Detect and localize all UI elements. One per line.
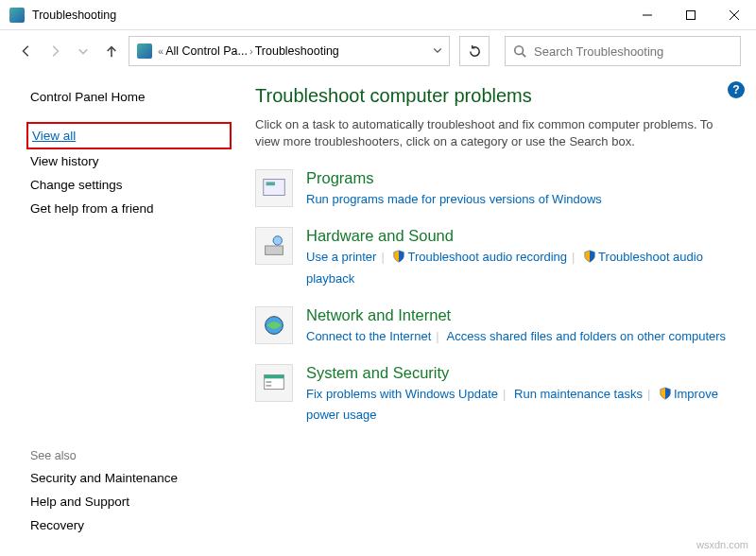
watermark: wsxdn.com: [696, 539, 748, 550]
task-link[interactable]: Access shared files and folders on other…: [447, 329, 727, 343]
chevron-left-icon: «: [158, 45, 163, 57]
category-icon: [255, 169, 293, 207]
task-link[interactable]: Troubleshoot audio recording: [407, 250, 567, 264]
see-also-heading: See also: [30, 449, 178, 462]
forward-button[interactable]: [43, 40, 66, 62]
category-title[interactable]: System and Security: [306, 364, 737, 382]
up-button[interactable]: [100, 40, 123, 62]
category-icon: [255, 364, 293, 402]
svg-point-10: [273, 236, 282, 245]
search-icon: [513, 44, 526, 58]
svg-rect-13: [265, 374, 284, 378]
chevron-right-icon: ›: [249, 45, 253, 57]
control-panel-home[interactable]: Control Panel Home: [30, 85, 232, 109]
toolbar: « All Control Pa... › Troubleshooting: [0, 30, 756, 72]
category: Network and Internet Connect to the Inte…: [255, 306, 737, 347]
category-links: Fix problems with Windows Update| Run ma…: [306, 384, 737, 426]
view-all-highlight: View all: [26, 122, 232, 149]
category-links: Use a printer| Troubleshoot audio record…: [306, 247, 737, 288]
svg-rect-9: [266, 246, 284, 254]
refresh-button[interactable]: [459, 36, 490, 66]
close-button[interactable]: [713, 0, 756, 30]
svg-rect-14: [266, 381, 272, 383]
svg-point-5: [515, 46, 524, 55]
sidebar-change-settings[interactable]: Change settings: [30, 173, 232, 197]
page-description: Click on a task to automatically trouble…: [255, 116, 737, 150]
back-button[interactable]: [15, 40, 38, 62]
sidebar: Control Panel Home View all View history…: [0, 85, 232, 443]
svg-rect-7: [264, 180, 285, 196]
window-title: Troubleshooting: [32, 9, 116, 22]
category-title[interactable]: Network and Internet: [306, 306, 726, 324]
sidebar-view-all[interactable]: View all: [32, 124, 76, 148]
see-also-recovery[interactable]: Recovery: [30, 513, 178, 537]
titlebar: Troubleshooting: [0, 0, 756, 30]
svg-rect-8: [266, 182, 275, 186]
search-input[interactable]: [534, 44, 732, 59]
address-bar[interactable]: « All Control Pa... › Troubleshooting: [129, 36, 450, 66]
search-box[interactable]: [505, 36, 741, 66]
category-icon: [255, 227, 293, 265]
location-icon: [137, 43, 152, 59]
see-also: See also Security and Maintenance Help a…: [30, 449, 178, 537]
see-also-security[interactable]: Security and Maintenance: [30, 466, 178, 490]
breadcrumb-seg-2[interactable]: Troubleshooting: [255, 44, 339, 58]
recent-dropdown[interactable]: [72, 40, 94, 62]
category: Hardware and Sound Use a printer| Troubl…: [255, 227, 737, 288]
task-link[interactable]: Connect to the Internet: [306, 329, 431, 343]
help-icon[interactable]: ?: [728, 81, 745, 98]
task-link[interactable]: Fix problems with Windows Update: [306, 387, 498, 401]
category-links: Connect to the Internet| Access shared f…: [306, 326, 726, 347]
svg-rect-15: [266, 385, 272, 387]
minimize-button[interactable]: [626, 0, 669, 30]
maximize-button[interactable]: [669, 0, 713, 30]
see-also-help[interactable]: Help and Support: [30, 490, 178, 513]
category-title[interactable]: Hardware and Sound: [306, 227, 737, 245]
category-title[interactable]: Programs: [306, 169, 602, 187]
category-links: Run programs made for previous versions …: [306, 189, 602, 210]
page-title: Troubleshoot computer problems: [255, 85, 737, 107]
main-content: Troubleshoot computer problems Click on …: [232, 85, 756, 443]
task-link[interactable]: Run maintenance tasks: [514, 387, 643, 401]
breadcrumb-seg-1[interactable]: All Control Pa...: [165, 44, 248, 58]
svg-rect-1: [687, 10, 696, 19]
category-icon: [255, 306, 293, 344]
category: Programs Run programs made for previous …: [255, 169, 737, 210]
task-link[interactable]: Run programs made for previous versions …: [306, 192, 602, 206]
svg-line-6: [523, 54, 526, 58]
sidebar-view-history[interactable]: View history: [30, 149, 232, 173]
task-link[interactable]: Use a printer: [306, 250, 376, 264]
app-icon: [9, 8, 25, 23]
chevron-down-icon[interactable]: [432, 44, 443, 58]
category: System and Security Fix problems with Wi…: [255, 364, 737, 426]
sidebar-get-help[interactable]: Get help from a friend: [30, 197, 232, 220]
